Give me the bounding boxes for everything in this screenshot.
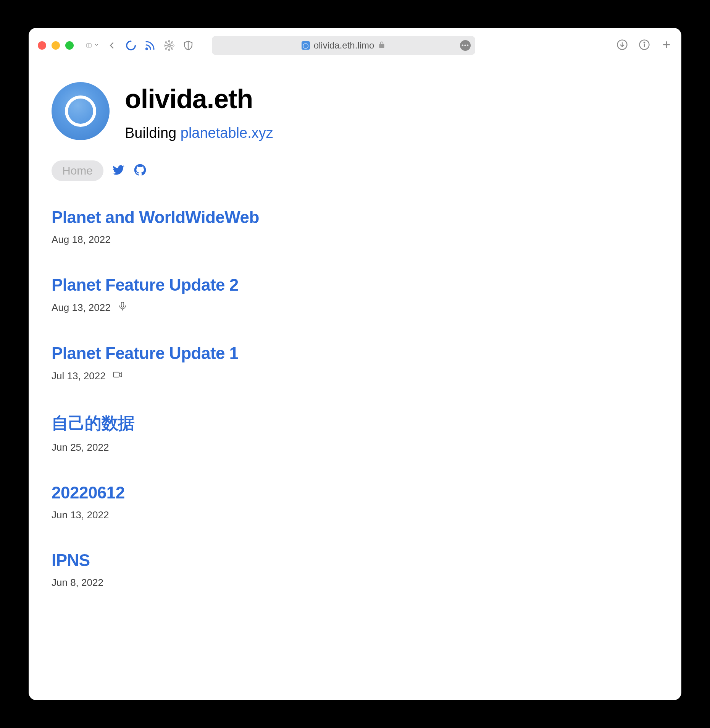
svg-line-17 — [170, 46, 172, 48]
github-icon[interactable] — [134, 164, 146, 178]
svg-point-5 — [168, 49, 170, 50]
page-content: olivida.eth Building planetable.xyz Home… — [29, 63, 681, 608]
chevron-down-icon — [94, 42, 100, 49]
svg-point-6 — [164, 45, 166, 46]
tagline-link[interactable]: planetable.xyz — [181, 125, 273, 141]
post-date: Jun 25, 2022 — [52, 442, 109, 453]
shield-icon[interactable] — [181, 39, 195, 52]
post-title-link[interactable]: Planet Feature Update 2 — [52, 275, 239, 294]
titlebar: ◯ olivida.eth.limo ••• — [29, 28, 681, 63]
post-item: Planet and WorldWideWeb Aug 18, 2022 — [52, 208, 658, 246]
svg-point-4 — [168, 40, 170, 42]
lock-icon — [378, 40, 386, 51]
svg-line-16 — [166, 43, 168, 45]
twitter-icon[interactable] — [113, 164, 125, 178]
site-header: olivida.eth Building planetable.xyz — [52, 82, 658, 141]
post-date: Jun 13, 2022 — [52, 509, 109, 521]
svg-marker-31 — [119, 373, 122, 377]
close-window-button[interactable] — [38, 41, 46, 50]
svg-line-19 — [166, 46, 168, 48]
post-title-link[interactable]: 20220612 — [52, 483, 125, 502]
avatar — [52, 82, 110, 140]
post-item: Planet Feature Update 2 Aug 13, 2022 — [52, 275, 658, 314]
nav-row: Home — [52, 160, 658, 181]
sidebar-toggle-button[interactable] — [86, 39, 100, 52]
url-text: olivida.eth.limo — [314, 40, 374, 51]
post-date: Jun 8, 2022 — [52, 577, 103, 589]
svg-rect-28 — [121, 302, 124, 307]
post-item: Planet Feature Update 1 Jul 13, 2022 — [52, 344, 658, 382]
svg-line-18 — [170, 43, 172, 45]
traffic-lights — [38, 41, 74, 50]
svg-point-25 — [644, 42, 645, 43]
svg-rect-30 — [113, 372, 119, 377]
microphone-icon — [118, 301, 127, 314]
post-date: Aug 13, 2022 — [52, 302, 111, 314]
site-title: olivida.eth — [125, 84, 273, 114]
post-title-link[interactable]: IPNS — [52, 551, 90, 569]
post-item: 自己的数据 Jun 25, 2022 — [52, 412, 658, 453]
new-tab-button[interactable] — [661, 39, 672, 52]
toolbar-right — [616, 39, 672, 52]
svg-point-2 — [146, 48, 147, 50]
post-list: Planet and WorldWideWeb Aug 18, 2022 Pla… — [52, 208, 658, 589]
svg-point-7 — [173, 45, 174, 46]
site-favicon-icon: ◯ — [302, 41, 310, 50]
downloads-icon[interactable] — [616, 39, 628, 52]
post-title-link[interactable]: 自己的数据 — [52, 414, 135, 432]
tagline-prefix: Building — [125, 125, 181, 141]
post-item: 20220612 Jun 13, 2022 — [52, 483, 658, 521]
reload-loading-icon[interactable] — [124, 39, 138, 52]
rss-icon[interactable] — [143, 39, 157, 52]
maximize-window-button[interactable] — [65, 41, 74, 50]
post-date: Jul 13, 2022 — [52, 370, 106, 382]
site-tagline: Building planetable.xyz — [125, 125, 273, 141]
browser-window: ◯ olivida.eth.limo ••• olivida.eth Build… — [29, 28, 681, 700]
post-item: IPNS Jun 8, 2022 — [52, 551, 658, 589]
info-icon[interactable] — [639, 39, 650, 52]
address-bar[interactable]: ◯ olivida.eth.limo ••• — [212, 36, 475, 55]
minimize-window-button[interactable] — [52, 41, 60, 50]
back-button[interactable] — [105, 39, 119, 52]
nav-home-pill[interactable]: Home — [52, 160, 103, 181]
post-title-link[interactable]: Planet Feature Update 1 — [52, 344, 239, 362]
network-icon[interactable] — [162, 39, 176, 52]
svg-point-3 — [168, 45, 170, 47]
post-date: Aug 18, 2022 — [52, 234, 111, 246]
post-title-link[interactable]: Planet and WorldWideWeb — [52, 208, 259, 226]
svg-rect-0 — [87, 44, 91, 47]
more-options-icon[interactable]: ••• — [460, 40, 471, 51]
video-icon — [113, 370, 123, 382]
